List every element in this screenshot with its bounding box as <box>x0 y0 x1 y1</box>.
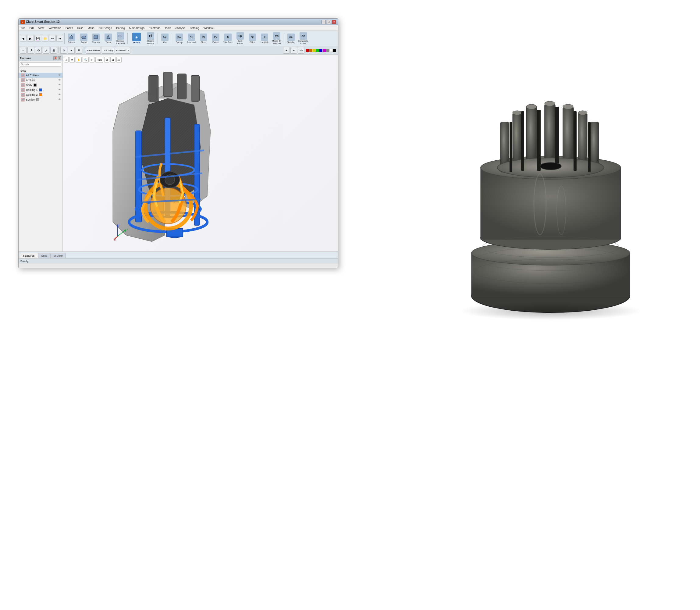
tab-mview[interactable]: M-View <box>50 253 66 258</box>
vt-zoom[interactable]: 🔍 <box>83 57 89 63</box>
taper-icon <box>104 34 112 41</box>
menu-analysis[interactable]: Analysis <box>174 27 186 30</box>
toolbar-composite-curve[interactable]: CC Composite Curve <box>297 31 309 45</box>
menu-solid[interactable]: Solid <box>76 27 84 30</box>
toolbar-bounded[interactable]: Bo Bounded <box>185 33 197 45</box>
panel-close-btn[interactable]: ✕ <box>58 57 61 60</box>
toolbar-back-btn[interactable]: ◀ <box>20 35 27 42</box>
toolbar-split-faces[interactable]: Sp Split Faces <box>234 31 246 45</box>
menu-electrode[interactable]: Electrode <box>148 27 161 30</box>
nav-btn-1[interactable]: ⌂ <box>20 47 27 54</box>
tab-features[interactable]: Features <box>20 253 38 258</box>
menu-parting[interactable]: Parting <box>115 27 126 30</box>
view-zoom-btn[interactable]: ⊕ <box>68 47 75 54</box>
top-view-btn[interactable]: Top <box>298 47 305 54</box>
menu-mold-design[interactable]: Mold Design <box>128 27 145 30</box>
menu-view[interactable]: View <box>37 27 45 30</box>
vt-rotate[interactable]: ↺ <box>69 57 75 63</box>
toolbar-trim-face[interactable]: Tr Trim Face <box>222 33 234 45</box>
menu-faces[interactable]: Faces <box>65 27 74 30</box>
toolbar-extend[interactable]: Ex Extend <box>210 33 222 45</box>
toolbar-remove-extend[interactable]: RE Remove & Extend <box>115 31 126 45</box>
zoom-out-btn[interactable]: − <box>290 47 297 54</box>
section-visibility[interactable]: 👁 <box>58 98 61 101</box>
trim-face-label: Trim Face <box>223 41 232 44</box>
nav-btn-5[interactable]: ⊞ <box>50 47 57 54</box>
toolbar-modify-sketcher[interactable]: Ms Modify By Sketcher <box>271 31 282 45</box>
toolbar-open-btn[interactable]: 📁 <box>42 35 48 42</box>
toolbar-sketcher[interactable]: ✏ Sketcher <box>285 33 297 45</box>
cooling1-visibility[interactable]: 👁 <box>58 89 61 92</box>
menu-catalog[interactable]: Catalog <box>189 27 200 30</box>
toolbar-taper[interactable]: Taper <box>102 33 114 45</box>
vt-grid[interactable]: ⊞ <box>104 57 109 63</box>
menu-wireframe[interactable]: Wireframe <box>48 27 62 30</box>
body-visibility[interactable]: 👁 <box>58 83 61 86</box>
ucs-copy-btn[interactable]: UCS Copy <box>102 47 114 54</box>
toolbar-round[interactable]: Round <box>78 33 89 45</box>
view-iso-btn[interactable]: ⧉ <box>76 47 82 54</box>
view-fit-btn[interactable]: ⊡ <box>60 47 67 54</box>
toolbar-undo-btn[interactable]: ↩ <box>49 35 56 42</box>
toolbar-fwd-btn[interactable]: ▶ <box>27 35 34 42</box>
cooling2-icon: 🔗 <box>21 93 25 97</box>
tree-item-all-entities[interactable]: 🔗 All Entities 👁 <box>19 73 63 78</box>
tab-sets[interactable]: Sets <box>38 253 50 258</box>
vt-select[interactable]: ▷ <box>89 57 95 63</box>
blend-label: Blend <box>201 41 206 44</box>
toolbar-redo-btn[interactable]: ↪ <box>56 35 63 42</box>
panel-header: Features 📌 ✕ <box>19 55 63 61</box>
maximize-button[interactable]: □ <box>327 20 331 24</box>
tree-item-cooling1[interactable]: 🔗 Cooling-1 👁 <box>19 87 63 92</box>
cooling1-icon: 🔗 <box>21 88 25 92</box>
toolbar-stitch[interactable]: St Stitch <box>246 33 258 45</box>
menu-tools[interactable]: Tools <box>164 27 172 30</box>
vt-pan[interactable]: ✋ <box>76 57 82 63</box>
vt-home[interactable]: ⌂ <box>64 57 68 63</box>
left-panel: Features 📌 ✕ Sets 🔗 All Entities 👁 🔗 <box>19 55 63 252</box>
close-button[interactable]: ✕ <box>332 20 336 24</box>
toolbar-direct-modeling[interactable]: ◈ Direct <box>129 32 144 45</box>
bounded-icon: Bo <box>188 34 195 41</box>
minimize-button[interactable]: _ <box>322 20 326 24</box>
menu-edit[interactable]: Edit <box>29 27 35 30</box>
vt-hide[interactable]: Hide <box>95 57 103 63</box>
tree-item-cooling2[interactable]: 🔗 Cooling-2 👁 <box>19 92 63 97</box>
all-entities-visibility[interactable]: 👁 <box>58 74 61 77</box>
menu-file[interactable]: File <box>20 27 26 30</box>
activate-ucs-btn[interactable]: Activate UCS <box>115 47 130 54</box>
toolbar-blend[interactable]: Bl Blend <box>198 33 209 45</box>
menu-window[interactable]: Window <box>203 27 214 30</box>
plane-parallel-btn[interactable]: Plane Parallel <box>86 47 101 54</box>
viewport[interactable]: ⌂ ↺ ✋ 🔍 ▷ Hide ⊞ ⊡ ⬡ <box>63 55 338 252</box>
view-toolbar: ⌂ ↺ ✋ 🔍 ▷ Hide ⊞ ⊡ ⬡ <box>64 57 337 63</box>
vt-wireframe[interactable]: ⬡ <box>116 57 121 63</box>
nav-btn-2[interactable]: ↺ <box>28 47 34 54</box>
menu-mesh[interactable]: Mesh <box>86 27 95 30</box>
archive-visibility[interactable]: 👁 <box>58 79 61 82</box>
cooling2-visibility[interactable]: 👁 <box>58 93 61 96</box>
nav-btn-3[interactable]: ⟲ <box>35 47 42 54</box>
menu-die-design[interactable]: Die Design <box>98 27 113 30</box>
panel-pin-btn[interactable]: 📌 <box>53 57 57 60</box>
toolbar-save-btn[interactable]: 💾 <box>34 35 41 42</box>
sweep-label: Sweep <box>176 41 182 44</box>
direct-modeling-icon: ◈ <box>132 33 141 41</box>
app-icon: C <box>20 20 25 24</box>
tree-item-section[interactable]: 🔗 Section 👁 <box>19 97 63 102</box>
tree-item-body[interactable]: 🔗 Body 👁 <box>19 83 63 87</box>
color-white <box>329 49 332 52</box>
toolbar-resize-rounds[interactable]: ↺ Resize Rounds <box>145 31 156 45</box>
toolbar-cut[interactable]: ✂ Cut <box>159 33 170 45</box>
nav-btn-4[interactable]: ▷ <box>43 47 49 54</box>
svg-marker-3 <box>94 35 98 39</box>
toolbar-unstitch[interactable]: Un Unstitch <box>259 33 270 45</box>
toolbar-extrude[interactable]: Extrude <box>66 33 77 45</box>
tree-item-archive[interactable]: 🔗 Archive 👁 <box>19 78 63 83</box>
vt-snap[interactable]: ⊡ <box>110 57 115 63</box>
toolbar-chamfer[interactable]: Chamfer <box>90 33 102 45</box>
extend-icon: Ex <box>212 34 219 41</box>
toolbar-sweep[interactable]: Sw Sweep <box>174 33 185 45</box>
search-input[interactable] <box>20 62 61 66</box>
zoom-in-btn[interactable]: + <box>283 47 290 54</box>
